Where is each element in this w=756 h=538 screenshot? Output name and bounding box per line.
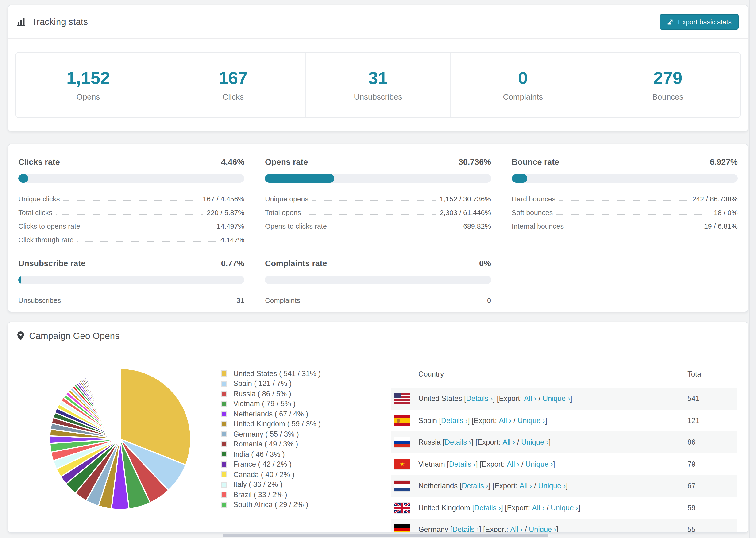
legend-label: United States ( 541 / 31% ) bbox=[233, 369, 321, 378]
geo-table-row-united-states: United States [Details ›] [Export: All ›… bbox=[391, 388, 737, 409]
slash-separator: / bbox=[515, 438, 521, 447]
export-label: ] [Export: bbox=[479, 525, 510, 533]
export-unique-link[interactable]: Unique › bbox=[538, 482, 566, 490]
export-all-link[interactable]: All › bbox=[503, 438, 515, 447]
export-unique-link[interactable]: Unique › bbox=[517, 416, 545, 425]
details-link[interactable]: Details › bbox=[449, 460, 476, 468]
rate-row-value: 4.147% bbox=[220, 236, 244, 243]
rate-row-value: 31 bbox=[237, 296, 244, 304]
country-cell: Germany [Details ›] [Export: All › / Uni… bbox=[391, 525, 687, 533]
export-unique-link[interactable]: Unique › bbox=[521, 438, 549, 447]
export-all-link[interactable]: All › bbox=[524, 395, 536, 403]
country-name: United Kingdom [ bbox=[418, 504, 474, 512]
export-all-link[interactable]: All › bbox=[519, 482, 532, 490]
rate-progress-bar bbox=[18, 276, 244, 284]
export-all-link[interactable]: All › bbox=[507, 460, 519, 468]
details-link[interactable]: Details › bbox=[461, 482, 488, 490]
country-cell: Netherlands [Details ›] [Export: All › /… bbox=[391, 481, 687, 491]
rate-value: 6.927% bbox=[710, 157, 738, 167]
stat-value: 0 bbox=[518, 68, 528, 88]
total-cell: 55 bbox=[687, 525, 737, 533]
total-cell: 59 bbox=[687, 504, 737, 512]
country-cell: Russia [Details ›] [Export: All › / Uniq… bbox=[391, 437, 687, 448]
slash-separator: / bbox=[536, 395, 543, 403]
slash-separator: / bbox=[545, 504, 551, 512]
rate-row-label: Unique opens bbox=[265, 195, 308, 203]
flag-nl-icon bbox=[395, 481, 410, 491]
rate-progress-fill bbox=[512, 174, 527, 183]
legend-color-swatch bbox=[221, 391, 227, 397]
slash-separator: / bbox=[512, 416, 517, 425]
details-link[interactable]: Details › bbox=[466, 395, 493, 403]
dotted-leader bbox=[559, 200, 688, 201]
export-all-link[interactable]: All › bbox=[532, 504, 544, 512]
rate-block-complaints-rate: Complaints rate0%Complaints0 bbox=[265, 259, 491, 304]
export-all-link[interactable]: All › bbox=[499, 416, 512, 425]
export-all-link[interactable]: All › bbox=[510, 525, 523, 533]
legend-label: Germany ( 55 / 3% ) bbox=[233, 430, 299, 439]
total-cell: 79 bbox=[687, 460, 737, 468]
export-unique-link[interactable]: Unique › bbox=[543, 395, 570, 403]
legend-label: Canada ( 40 / 2% ) bbox=[233, 470, 295, 479]
export-unique-link[interactable]: Unique › bbox=[525, 460, 553, 468]
slash-separator: / bbox=[523, 525, 529, 533]
rate-detail-row: Complaints0 bbox=[265, 291, 491, 304]
details-link[interactable]: Details › bbox=[441, 416, 468, 425]
rate-detail-row: Total opens2,303 / 61.446% bbox=[265, 203, 491, 216]
rate-row-value: 0 bbox=[487, 296, 491, 304]
country-name: Spain [ bbox=[418, 416, 441, 425]
rate-block-unsubscribe-rate: Unsubscribe rate0.77%Unsubscribes31 bbox=[18, 259, 244, 304]
geo-table-header: Country Total bbox=[391, 350, 737, 388]
legend-item-netherlands: Netherlands ( 67 / 4% ) bbox=[221, 409, 321, 419]
dotted-leader bbox=[312, 200, 436, 201]
rate-row-label: Click through rate bbox=[18, 236, 74, 243]
details-link[interactable]: Details › bbox=[474, 504, 501, 512]
rate-detail-row: Opens to clicks rate689.82% bbox=[265, 216, 491, 230]
legend-color-swatch bbox=[221, 471, 227, 478]
rate-block-opens-rate: Opens rate30.736%Unique opens1,152 / 30.… bbox=[265, 157, 491, 243]
rate-title: Clicks rate bbox=[18, 157, 60, 167]
closing-bracket: ] bbox=[557, 525, 559, 533]
rate-block-clicks-rate: Clicks rate4.46%Unique clicks167 / 4.456… bbox=[18, 157, 244, 243]
legend-item-romania: Romania ( 49 / 3% ) bbox=[221, 439, 321, 449]
dotted-leader bbox=[64, 200, 199, 201]
export-basic-stats-button[interactable]: Export basic stats bbox=[660, 14, 739, 29]
tracking-stats-title: Tracking stats bbox=[31, 17, 88, 27]
legend-item-india: India ( 46 / 3% ) bbox=[221, 449, 321, 459]
rate-progress-fill bbox=[18, 174, 28, 183]
rate-detail-row: Internal bounces19 / 6.81% bbox=[512, 216, 738, 230]
dotted-leader bbox=[331, 228, 459, 228]
rate-row-label: Clicks to opens rate bbox=[18, 222, 80, 230]
bar-chart-icon bbox=[17, 18, 26, 26]
legend-label: India ( 46 / 3% ) bbox=[233, 450, 285, 459]
rate-row-value: 1,152 / 30.736% bbox=[440, 195, 491, 203]
legend-label: United Kingdom ( 59 / 3% ) bbox=[233, 420, 321, 428]
legend-item-italy: Italy ( 36 / 2% ) bbox=[221, 480, 321, 490]
geo-title: Campaign Geo Opens bbox=[29, 331, 120, 341]
rate-detail-row: Hard bounces242 / 86.738% bbox=[512, 189, 738, 203]
rate-row-label: Complaints bbox=[265, 296, 300, 304]
country-name: Vietnam [ bbox=[418, 460, 449, 468]
rate-title: Opens rate bbox=[265, 157, 308, 167]
export-label: ] [Export: bbox=[488, 482, 519, 490]
rate-row-label: Total opens bbox=[265, 208, 301, 216]
details-link[interactable]: Details › bbox=[445, 438, 471, 447]
geo-table-row-russia: Russia [Details ›] [Export: All › / Uniq… bbox=[391, 431, 737, 453]
total-cell: 86 bbox=[687, 438, 737, 447]
rate-row-value: 19 / 6.81% bbox=[704, 222, 738, 230]
rate-block-bounce-rate: Bounce rate6.927%Hard bounces242 / 86.73… bbox=[512, 157, 738, 243]
slash-separator: / bbox=[519, 460, 525, 468]
horizontal-scrollbar[interactable] bbox=[223, 534, 548, 537]
rate-row-value: 220 / 5.87% bbox=[207, 208, 244, 216]
stat-value: 167 bbox=[219, 68, 247, 88]
export-unique-link[interactable]: Unique › bbox=[529, 525, 556, 533]
export-unique-link[interactable]: Unique › bbox=[551, 504, 578, 512]
column-header-country: Country bbox=[418, 370, 687, 378]
vertical-scrollbar[interactable] bbox=[749, 0, 756, 538]
details-link[interactable]: Details › bbox=[453, 525, 479, 533]
rate-row-label: Total clicks bbox=[18, 208, 52, 216]
legend-item-canada: Canada ( 40 / 2% ) bbox=[221, 469, 321, 480]
legend-color-swatch bbox=[221, 461, 227, 467]
stat-box-clicks: 167Clicks bbox=[161, 53, 306, 117]
dashboard-page: Tracking stats Export basic stats 1,152O… bbox=[0, 0, 756, 538]
